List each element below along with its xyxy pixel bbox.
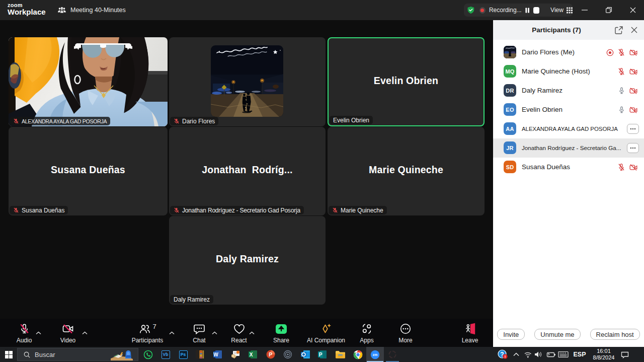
svg-text:P: P [319, 352, 323, 357]
svg-text:X: X [250, 352, 253, 357]
svg-text:P: P [269, 352, 272, 357]
svg-text:zm: zm [373, 352, 377, 356]
svg-text:W: W [213, 352, 218, 357]
svg-text:!: ! [505, 354, 506, 359]
